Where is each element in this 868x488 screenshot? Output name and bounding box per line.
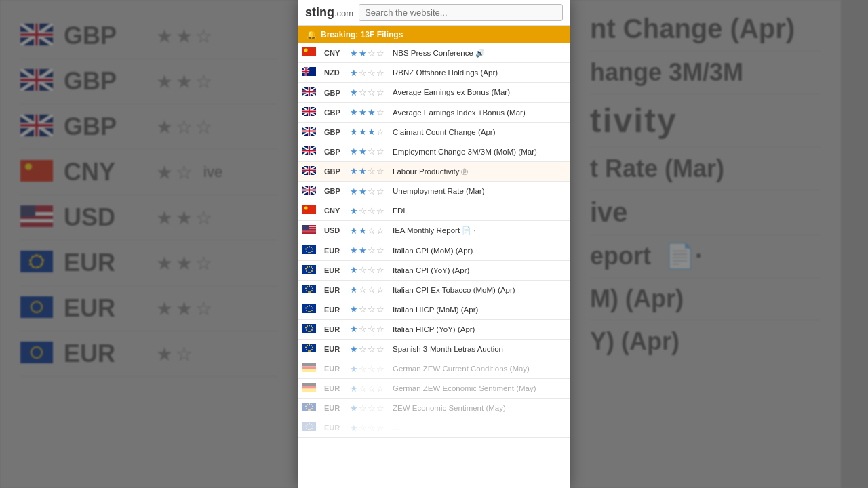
bg-star: ★: [156, 207, 173, 229]
event-name[interactable]: Average Earnings ex Bonus (Mar): [389, 83, 570, 102]
star-4: ☆: [376, 304, 384, 314]
svg-point-198: [312, 426, 313, 427]
event-name[interactable]: Employment Change 3M/3M (MoM) (Mar): [389, 142, 570, 161]
table-row[interactable]: GBP ★★★☆ Claimant Count Change (Apr): [298, 122, 570, 142]
star-2: ☆: [359, 304, 367, 314]
event-name[interactable]: IEA Monthly Report📄 ·: [389, 221, 570, 241]
star-3: ☆: [368, 68, 376, 78]
event-name[interactable]: Italian CPI (MoM) (Apr): [389, 241, 570, 260]
event-name[interactable]: Spanish 3-Month Letras Auction: [389, 340, 570, 359]
svg-point-125: [311, 266, 312, 268]
event-name[interactable]: ...: [389, 418, 570, 438]
search-input[interactable]: [359, 4, 563, 21]
svg-rect-111: [302, 225, 309, 230]
table-row[interactable]: GBP ★★★☆ Average Earnings Index +Bonus (…: [298, 102, 570, 122]
event-name[interactable]: Italian CPI (YoY) (Apr): [389, 260, 570, 280]
table-row[interactable]: CNY ★★☆☆ NBS Press Conference🔊: [298, 43, 570, 63]
table-row[interactable]: EUR ★★☆☆ Italian CPI (MoM) (Apr): [298, 241, 570, 260]
table-row[interactable]: GBP ★★☆☆ Unemployment Rate (Mar): [298, 181, 570, 201]
table-row[interactable]: CNY ★☆☆☆ FDI: [298, 201, 570, 221]
table-row[interactable]: EUR ★☆☆☆ Spanish 3-Month Letras Auction: [298, 340, 570, 359]
bg-flag-icon: [20, 251, 53, 275]
star-3: ☆: [368, 285, 376, 295]
star-1: ★: [350, 226, 358, 236]
event-text: ZEW Economic Sentiment (May): [393, 404, 506, 412]
star-2: ★: [359, 107, 367, 117]
svg-rect-45: [20, 296, 53, 318]
event-name[interactable]: Average Earnings Index +Bonus (Mar): [389, 102, 570, 122]
event-name[interactable]: ZEW Economic Sentiment (May): [389, 399, 570, 418]
table-row[interactable]: EUR ★☆☆☆ Italian HICP (YoY) (Apr): [298, 319, 570, 339]
svg-point-165: [307, 325, 308, 327]
table-row[interactable]: EUR ★☆☆☆ Italian HICP (MoM) (Apr): [298, 300, 570, 319]
star-1: ★: [350, 146, 358, 157]
stars-cell: ★★★☆: [346, 102, 389, 122]
table-row[interactable]: GBP ★☆☆☆ Average Earnings ex Bonus (Mar): [298, 83, 570, 102]
table-row[interactable]: GBP ★★☆☆ Employment Change 3M/3M (MoM) (…: [298, 142, 570, 161]
bg-flag-icon: [20, 296, 53, 321]
svg-point-43: [42, 259, 44, 261]
event-name[interactable]: NBS Press Conference🔊: [389, 43, 570, 63]
star-1: ★: [350, 364, 358, 374]
table-row[interactable]: EUR ★☆☆☆ ...: [298, 418, 570, 438]
event-name[interactable]: Italian HICP (YoY) (Apr): [389, 319, 570, 339]
event-name[interactable]: German ZEW Economic Sentiment (May): [389, 379, 570, 399]
svg-point-148: [312, 307, 313, 308]
event-name[interactable]: German ZEW Current Conditions (May): [389, 359, 570, 379]
table-row[interactable]: GBP ★★☆☆ Labour Productivityⓟ: [298, 161, 570, 181]
svg-point-197: [311, 424, 312, 425]
stars-cell: ★☆☆☆: [346, 359, 389, 379]
bg-star: ★: [156, 116, 173, 138]
table-row[interactable]: USD ★★☆☆ IEA Monthly Report📄 ·: [298, 221, 570, 241]
star-4: ☆: [376, 285, 384, 295]
table-row[interactable]: EUR ★☆☆☆ ZEW Economic Sentiment (May): [298, 399, 570, 418]
event-name[interactable]: Labour Productivityⓟ: [389, 161, 570, 181]
event-text: Spanish 3-Month Letras Auction: [393, 345, 503, 353]
star-4: ☆: [376, 166, 384, 176]
svg-point-129: [308, 272, 309, 273]
flag-cell: [298, 399, 320, 418]
stars-cell: ★☆☆☆: [346, 260, 389, 280]
svg-point-118: [308, 252, 309, 253]
svg-rect-179: [302, 366, 316, 369]
star-2: ☆: [359, 403, 367, 413]
svg-point-114: [311, 247, 312, 248]
stars-cell: ★☆☆☆: [346, 340, 389, 359]
table-container[interactable]: CNY ★★☆☆ NBS Press Conference🔊 NZD ★☆☆☆ …: [298, 43, 570, 488]
table-row[interactable]: EUR ★☆☆☆ German ZEW Current Conditions (…: [298, 359, 570, 379]
bg-star: ★: [176, 298, 193, 320]
star-3: ☆: [368, 384, 376, 394]
star-3: ☆: [368, 186, 376, 197]
svg-point-38: [29, 264, 31, 266]
event-name[interactable]: Unemployment Rate (Mar): [389, 181, 570, 201]
event-text: Average Earnings Index +Bonus (Mar): [393, 108, 526, 117]
table-row[interactable]: EUR ★☆☆☆ German ZEW Economic Sentiment (…: [298, 379, 570, 399]
bg-currency: GBP: [64, 67, 145, 96]
svg-point-150: [309, 311, 311, 312]
bg-stars: ★ ☆: [156, 161, 193, 184]
event-name[interactable]: Italian HICP (MoM) (Apr): [389, 300, 570, 319]
table-row[interactable]: NZD ★☆☆☆ RBNZ Offshore Holdings (Apr): [298, 63, 570, 83]
svg-rect-108: [302, 231, 316, 232]
star-4: ☆: [376, 146, 384, 157]
svg-point-131: [305, 268, 307, 269]
event-name[interactable]: Italian CPI Ex Tobacco (MoM) (Apr): [389, 280, 570, 300]
event-text: ...: [393, 424, 399, 432]
svg-point-42: [39, 256, 41, 258]
event-name[interactable]: RBNZ Offshore Holdings (Apr): [389, 63, 570, 83]
event-name[interactable]: Claimant Count Change (Apr): [389, 122, 570, 142]
table-row[interactable]: EUR ★☆☆☆ Italian CPI (YoY) (Apr): [298, 260, 570, 280]
flag-cell: [298, 63, 320, 83]
star-4: ☆: [376, 265, 384, 275]
star-2: ☆: [359, 423, 367, 433]
bg-currency: GBP: [64, 22, 145, 50]
stars-cell: ★★☆☆: [346, 43, 389, 63]
svg-point-205: [309, 424, 310, 425]
stars-cell: ★☆☆☆: [346, 418, 389, 438]
table-row[interactable]: EUR ★☆☆☆ Italian CPI Ex Tobacco (MoM) (A…: [298, 280, 570, 300]
svg-rect-27: [20, 222, 53, 227]
svg-point-116: [311, 251, 313, 252]
svg-point-152: [306, 310, 307, 311]
bell-icon: 🔔: [307, 30, 317, 39]
event-name[interactable]: FDI: [389, 201, 570, 221]
